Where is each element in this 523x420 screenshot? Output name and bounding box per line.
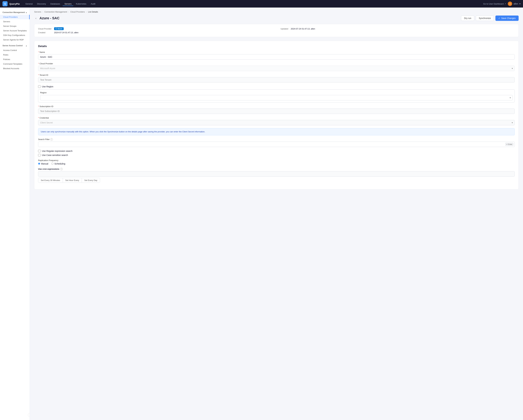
user-menu[interactable]: a allen ▾ <box>508 1 521 6</box>
credential-field-group: * Credential Client Secret ▾ <box>38 117 515 125</box>
region-select[interactable] <box>40 95 513 100</box>
sidebar-item-ssh-key[interactable]: SSH Key Configurations <box>0 33 30 37</box>
layout: Connection Management ▲ Cloud Providers … <box>0 8 523 420</box>
updated-label: Updated <box>280 28 288 30</box>
nav-kubernetes[interactable]: Kubernetes <box>74 2 88 6</box>
region-box: Region ▾ <box>38 89 515 102</box>
case-sensitive-checkbox-group: Use Case-sensitive search <box>38 154 515 156</box>
search-filter-info-icon[interactable]: i <box>50 138 53 141</box>
search-filter-group: Search Filter i ↵ Enter <box>38 138 515 147</box>
cron-preset-hour[interactable]: Set Hour Every <box>63 178 82 182</box>
nav-databases[interactable]: Databases <box>49 2 62 6</box>
use-region-checkbox-row[interactable]: Use Region <box>38 85 515 88</box>
cloud-provider-field-group: * Cloud Provider Microsoft Azure ▾ <box>38 62 515 71</box>
search-filter-input[interactable] <box>38 142 515 147</box>
sidebar-item-access-control[interactable]: Access Control <box>0 48 30 53</box>
user-dashboard-link[interactable]: Go to User Dashboard ↗ <box>483 3 506 5</box>
enter-badge: ↵ Enter <box>505 143 514 146</box>
case-sensitive-checkbox-row[interactable]: Use Case-sensitive search <box>38 154 515 156</box>
topnav-right: Go to User Dashboard ↗ a allen ▾ <box>483 1 521 6</box>
breadcrumb-cloud-providers[interactable]: Cloud Providers <box>70 11 85 13</box>
external-link-icon: ↗ <box>505 3 506 5</box>
sidebar-section-access-control: Server Access Control ▲ Access Control R… <box>0 43 30 71</box>
save-changes-button[interactable]: ✓ Save Changes <box>495 16 519 21</box>
chevron-up-icon: ▲ <box>25 12 27 13</box>
created-value: 2024-07-24 01:47:13, allen <box>54 31 278 34</box>
subscription-id-label: * Subscription ID <box>38 105 515 107</box>
radio-scheduling[interactable] <box>51 163 53 165</box>
updated-value: 2024-07-24 01:47:13, allen <box>291 28 515 30</box>
regex-checkbox-row[interactable]: Use Regular expression search <box>38 150 515 152</box>
breadcrumb-servers[interactable]: Servers <box>34 11 41 13</box>
logo[interactable]: Q <box>2 1 8 6</box>
nav-discovery[interactable]: Discovery <box>35 2 48 6</box>
sidebar: Connection Management ▲ Cloud Providers … <box>0 8 30 420</box>
radio-manual[interactable] <box>38 163 40 165</box>
sidebar-item-servers[interactable]: Servers <box>0 19 30 24</box>
sidebar-item-server-account-templates[interactable]: Server Account Templates <box>0 28 30 33</box>
credential-select[interactable]: Client Secret <box>38 120 515 125</box>
name-field-group: * Name <box>38 51 515 60</box>
case-sensitive-checkbox[interactable] <box>38 154 41 156</box>
region-select-wrapper: ▾ <box>40 95 513 100</box>
topnav-menu: General Discovery Databases Servers Kube… <box>24 2 483 6</box>
replication-frequency-radio-group: Manual Scheduling <box>38 163 515 165</box>
breadcrumb: Servers › Connection Management › Cloud … <box>34 11 519 13</box>
radio-scheduling-row[interactable]: Scheduling <box>51 163 65 165</box>
cron-input[interactable] <box>38 171 515 177</box>
back-button[interactable]: ‹ <box>34 16 38 21</box>
sidebar-item-roles[interactable]: Roles <box>0 53 30 57</box>
user-name: allen <box>514 2 518 5</box>
sidebar-item-blocked-accounts[interactable]: Blocked Accounts <box>0 66 30 71</box>
sidebar-section-connection-management: Connection Management ▲ Cloud Providers … <box>0 10 30 42</box>
chevron-up-icon-2: ▲ <box>25 45 27 47</box>
check-icon: ✓ <box>498 17 500 19</box>
tenant-id-label: * Tenant ID <box>38 74 515 76</box>
credential-info-box: Users can only synchronize manually with… <box>38 128 515 135</box>
details-section-title: Details <box>38 45 515 48</box>
cron-label-row: Use cron expressions i <box>38 168 515 170</box>
breadcrumb-connection-management[interactable]: Connection Management <box>44 11 67 13</box>
sidebar-section-header-connection[interactable]: Connection Management ▲ <box>0 10 30 15</box>
nav-servers[interactable]: Servers <box>63 2 73 6</box>
cloud-provider-select[interactable]: Microsoft Azure <box>38 66 515 71</box>
regex-checkbox[interactable] <box>38 150 41 152</box>
avatar: a <box>508 1 512 6</box>
sidebar-item-command-templates[interactable]: Command Templates <box>0 62 30 66</box>
sidebar-item-server-groups[interactable]: Server Groups <box>0 24 30 28</box>
info-card: Cloud Provider ⬡ Azure Updated 2024-07-2… <box>34 24 519 37</box>
logo-icon: Q <box>4 2 6 5</box>
sidebar-item-rdp[interactable]: Server Agents for RDP <box>0 37 30 42</box>
sidebar-item-policies[interactable]: Policies <box>0 57 30 62</box>
nav-audit[interactable]: Audit <box>89 2 97 6</box>
cron-group: Use cron expressions i Set Every 30 Minu… <box>38 168 515 183</box>
region-label: Region <box>40 91 513 94</box>
sidebar-section-header-access[interactable]: Server Access Control ▲ <box>0 43 30 48</box>
credential-label: * Credential <box>38 117 515 119</box>
page-header: ‹ Azure - SAC Dry run Synchronize ✓ Save… <box>34 16 519 21</box>
info-box-text: Users can only synchronize manually with… <box>41 130 512 133</box>
subscription-id-input[interactable] <box>38 108 515 114</box>
dry-run-button[interactable]: Dry run <box>461 16 474 21</box>
chevron-down-icon: ▾ <box>519 2 521 5</box>
cloud-provider-value: ⬡ Azure <box>54 27 278 30</box>
cron-preset-day[interactable]: Set Every Day <box>82 178 100 182</box>
cloud-provider-select-wrapper: Microsoft Azure ▾ <box>38 66 515 71</box>
radio-manual-row[interactable]: Manual <box>38 163 48 165</box>
name-label: * Name <box>38 51 515 53</box>
use-region-checkbox[interactable] <box>38 85 41 88</box>
page-title: Azure - SAC <box>40 16 59 20</box>
synchronize-button[interactable]: Synchronize <box>476 16 494 21</box>
name-input[interactable] <box>38 54 515 60</box>
page-title-row: ‹ Azure - SAC <box>34 16 59 21</box>
breadcrumb-current: List Details <box>88 11 98 13</box>
sidebar-collapse-button[interactable]: ‹ <box>28 413 30 417</box>
header-actions: Dry run Synchronize ✓ Save Changes <box>461 16 519 21</box>
cloud-provider-field-label: * Cloud Provider <box>38 62 515 65</box>
cron-preset-30min[interactable]: Set Every 30 Minutes <box>38 178 63 182</box>
tenant-id-input[interactable] <box>38 77 515 82</box>
sidebar-item-cloud-providers[interactable]: Cloud Providers <box>0 15 30 19</box>
azure-icon: ⬡ <box>55 28 57 30</box>
nav-general[interactable]: General <box>24 2 34 6</box>
cron-info-icon[interactable]: i <box>60 168 63 170</box>
